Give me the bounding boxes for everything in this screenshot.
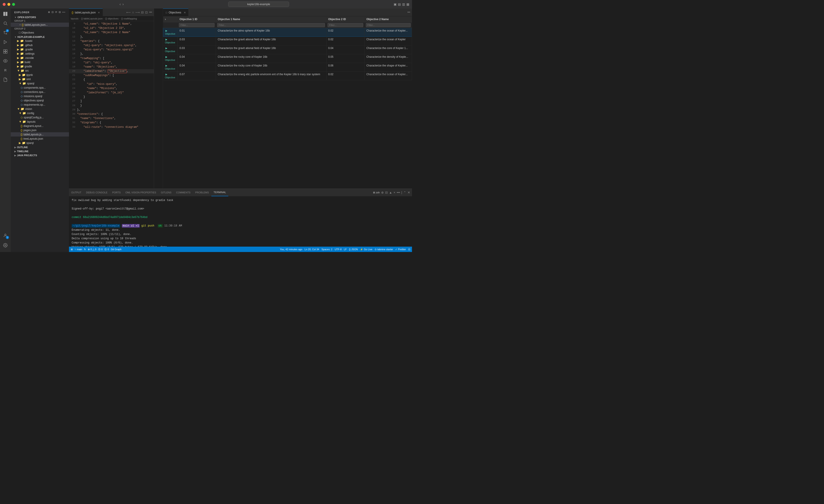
treelayouts-json[interactable]: {} treeLayouts.json xyxy=(11,136,69,141)
testing-icon[interactable] xyxy=(1,75,10,84)
terminal-split-icon[interactable]: | xyxy=(401,191,402,194)
objectives-sparql[interactable]: ◇ objectives.sparql xyxy=(11,98,69,103)
nav-back-icon[interactable]: ‹ xyxy=(120,2,121,6)
filter-input-obj2id[interactable] xyxy=(328,23,363,27)
tablelayouts-json[interactable]: {} tableLayouts.js... xyxy=(11,132,69,136)
config-folder[interactable]: ▼ 📁 config xyxy=(11,111,69,115)
layout3-icon[interactable]: ▥ xyxy=(402,2,405,6)
sparql2-folder[interactable]: ▶ 📁 sparql xyxy=(11,141,69,145)
table-row-5[interactable]: ▶ Objective 0.07 Characterize the energ … xyxy=(163,72,412,80)
fuseki-folder[interactable]: ▶ 📁 .fuseki xyxy=(11,39,69,43)
gitlens-tab[interactable]: GITLENS xyxy=(159,188,174,196)
expand-btn-0[interactable]: ▶ Objective xyxy=(165,29,176,35)
new-folder-icon[interactable]: ⊡ xyxy=(51,11,54,14)
status-remote-count[interactable]: ⓪ 0 xyxy=(104,248,109,251)
layouts-folder[interactable]: ▼ 📁 layouts xyxy=(11,120,69,124)
connections-sparql[interactable]: ◇ connections.spa... xyxy=(11,90,69,94)
src-folder[interactable]: ▼ 📁 src xyxy=(11,69,69,73)
layout4-icon[interactable]: ▦ xyxy=(406,2,409,6)
status-git-graph[interactable]: Git Graph xyxy=(111,248,122,251)
nav-forward-icon[interactable]: › xyxy=(122,2,124,6)
layout2-icon[interactable]: ▤ xyxy=(398,2,401,6)
status-you[interactable]: You, 42 minutes ago xyxy=(280,248,302,251)
debug-console-tab[interactable]: DEBUG CONSOLE xyxy=(84,188,110,196)
open-editors-section[interactable]: ▼ OPEN EDITORS xyxy=(11,15,69,19)
explorer-icon[interactable] xyxy=(1,9,10,18)
table-row-3[interactable]: ▶ Objective 0.04 Characterize the rocky … xyxy=(163,54,412,63)
filter-obj1-id[interactable] xyxy=(178,22,216,28)
extensions-icon[interactable] xyxy=(1,47,10,56)
status-remote-connection[interactable]: ⊡ xyxy=(408,248,410,251)
objectives-tab-close[interactable]: × xyxy=(184,11,186,14)
panel-more-icon[interactable]: ••• xyxy=(407,11,410,14)
status-errors[interactable]: ⊗ 0 △ 0 xyxy=(88,248,96,251)
objectives-tab[interactable]: □ Objectives × xyxy=(163,8,188,16)
editor-action-4[interactable]: ⊟ xyxy=(141,10,144,14)
expand-btn-2[interactable]: ▶ Objective xyxy=(165,46,176,53)
timeline-section[interactable]: ▶ TIMELINE xyxy=(11,149,69,153)
expand-4[interactable]: ▶ Objective xyxy=(163,63,178,72)
java-projects-section[interactable]: ▶ JAVA PROJECTS xyxy=(11,153,69,157)
terminal-more-icon[interactable]: ••• xyxy=(397,191,400,194)
expand-btn-1[interactable]: ▶ Objective xyxy=(165,37,176,44)
status-branch[interactable]: ⑂ main xyxy=(75,248,82,251)
expand-btn-4[interactable]: ▶ Objective xyxy=(165,64,176,71)
oml-vision-icon[interactable] xyxy=(1,56,10,66)
sparqlconfig-file[interactable]: ◇ sparqlConfig.js... xyxy=(11,115,69,120)
vscode-folder[interactable]: ▶ 📁 .vscode xyxy=(11,56,69,60)
terminal-tab[interactable]: TERMINAL xyxy=(211,188,229,196)
settings-folder[interactable]: ▶ 📁 .settings xyxy=(11,51,69,56)
close-button[interactable] xyxy=(3,3,6,6)
status-warnings[interactable]: ⓪ 0 xyxy=(98,248,103,251)
source-control-icon[interactable]: 4 xyxy=(1,28,10,37)
collapse-icon[interactable]: ⊟ xyxy=(59,11,61,14)
expand-0[interactable]: ▶ Objective xyxy=(163,28,178,37)
filter-obj2-name[interactable] xyxy=(365,22,412,28)
maximize-button[interactable] xyxy=(12,3,15,6)
objectives-table-container[interactable]: › Objective 1 ID Objective 1 Name Object… xyxy=(163,16,412,188)
expand-5[interactable]: ▶ Objective xyxy=(163,72,178,80)
editor-more-icon[interactable]: ••• xyxy=(149,11,152,14)
table-row-2[interactable]: ▶ Objective 0.03 Characterize the gravit… xyxy=(163,45,412,54)
status-sync[interactable]: ↻ xyxy=(84,248,86,251)
output-tab[interactable]: OUTPUT xyxy=(69,188,84,196)
missions-sparql[interactable]: ◇ missions.sparql xyxy=(11,94,69,98)
code-content[interactable]: 9 "o1_name": "Objective 1 Name", 10 "o2_… xyxy=(69,21,154,188)
titlebar-search[interactable] xyxy=(228,2,289,7)
status-tabnine[interactable]: ⊙ tabnine starter xyxy=(375,248,393,251)
status-line-ending[interactable]: LF xyxy=(344,248,347,251)
kepler-section[interactable]: ▼ KEPLER16B-EXAMPLE xyxy=(11,35,69,39)
diagramlayout-file[interactable]: {} diagramLayout... xyxy=(11,124,69,128)
github-folder[interactable]: ▶ 📁 .github xyxy=(11,43,69,47)
status-encoding[interactable]: UTF-8 xyxy=(334,248,341,251)
sparql-folder[interactable]: ▼ 📁 sparql xyxy=(11,81,69,86)
tab-close-icon[interactable]: × xyxy=(98,11,100,14)
new-file-icon[interactable]: ⊕ xyxy=(48,11,50,14)
status-language[interactable]: {} JSON xyxy=(349,248,358,251)
close-panel-icon[interactable]: × xyxy=(393,191,395,194)
expand-2[interactable]: ▶ Objective xyxy=(163,45,178,54)
comments-tab[interactable]: COMMENTS xyxy=(174,188,193,196)
refresh-icon[interactable]: ⟳ xyxy=(55,11,57,14)
expand-btn-3[interactable]: ▶ Objective xyxy=(165,55,176,62)
filter-input-obj2name[interactable] xyxy=(366,23,411,27)
open-editor-tablelayouts[interactable]: × {} tableLayouts.json... xyxy=(11,23,69,27)
editor-action-3[interactable]: ⟶ xyxy=(135,10,140,14)
editor-action-2[interactable]: ○ xyxy=(132,10,134,14)
layout-icon[interactable]: ▣ xyxy=(394,2,397,6)
settings-icon[interactable] xyxy=(1,241,10,250)
r-extension-icon[interactable]: R xyxy=(1,66,10,75)
run-debug-icon[interactable] xyxy=(1,37,10,46)
accounts-icon[interactable]: 2 xyxy=(1,231,10,240)
filter-input-obj1id[interactable] xyxy=(179,23,214,27)
open-editor-objectives[interactable]: □ Objectives xyxy=(11,30,69,35)
editor-action-5[interactable]: ⊡ xyxy=(145,10,148,14)
expand-btn-5[interactable]: ▶ Objective xyxy=(165,73,176,79)
ipynb-folder[interactable]: ▶ 📁 ipynb xyxy=(11,73,69,77)
status-go-live[interactable]: ⚡ Go Live xyxy=(360,248,372,251)
terminal-content[interactable]: fix owlLoad bug by adding startFuseki de… xyxy=(69,197,412,247)
filter-input-obj1name[interactable] xyxy=(217,23,325,27)
requirements-sparql[interactable]: ◇ requirements.sp... xyxy=(11,103,69,107)
split-terminal-icon[interactable]: ⊟ xyxy=(385,191,388,194)
pages-json[interactable]: {} pages.json xyxy=(11,128,69,132)
